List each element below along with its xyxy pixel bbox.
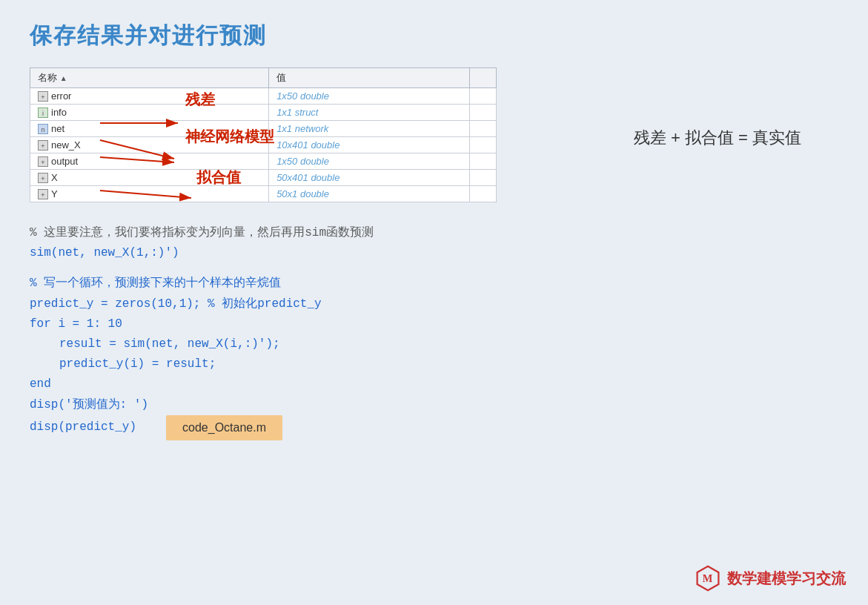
- code-line-8: disp(predict_y): [30, 417, 136, 437]
- table-row: +Y 50x1 double: [30, 186, 497, 202]
- right-note: 残差 + 拟合值 = 真实值: [634, 127, 801, 149]
- var-name-cell: iinfo: [30, 105, 269, 121]
- var-icon: +: [38, 189, 48, 199]
- var-value-cell: 1x50 double: [269, 88, 470, 105]
- var-icon: n: [38, 124, 48, 134]
- annotation-error: 残差: [185, 90, 215, 110]
- svg-text:M: M: [703, 572, 713, 584]
- var-value-cell: 50x1 double: [269, 186, 470, 202]
- code-comment-2: % 写一个循环，预测接下来的十个样本的辛烷值: [30, 274, 838, 294]
- watermark-logo-icon: M: [695, 565, 721, 592]
- var-extra-cell: [470, 170, 497, 186]
- annotation-info: 神经网络模型: [185, 127, 274, 147]
- watermark-text: 数学建模学习交流: [727, 569, 846, 589]
- var-extra-cell: [470, 105, 497, 121]
- watermark: M 数学建模学习交流: [695, 565, 846, 592]
- workspace-section: 名称 ▲ 值 +error 1x50 double iinfo 1x1 stru…: [30, 67, 838, 202]
- col-value-header: 值: [269, 68, 470, 88]
- var-icon: i: [38, 108, 48, 118]
- code-block-2: % 写一个循环，预测接下来的十个样本的辛烷值 predict_y = zeros…: [30, 274, 838, 440]
- col-name-header: 名称 ▲: [30, 68, 269, 88]
- var-extra-cell: [470, 121, 497, 137]
- code-line-5: predict_y(i) = result;: [30, 354, 838, 374]
- var-icon: +: [38, 140, 48, 151]
- var-extra-cell: [470, 153, 497, 170]
- table-row: iinfo 1x1 struct: [30, 105, 497, 121]
- var-value-cell: 50x401 double: [269, 170, 470, 186]
- page-container: 保存结果并对进行预测 名称 ▲ 值 +error 1x50 double: [0, 0, 868, 605]
- annotation-output: 拟合值: [196, 168, 241, 188]
- code-line-6: end: [30, 374, 838, 394]
- code-comment-1: % 这里要注意，我们要将指标变为列向量，然后再用sim函数预测: [30, 223, 838, 243]
- sort-arrow: ▲: [60, 74, 67, 82]
- var-value-cell: 1x1 struct: [269, 105, 470, 121]
- var-name-cell: +error: [30, 88, 269, 105]
- code-file-button[interactable]: code_Octane.m: [166, 415, 282, 440]
- page-title: 保存结果并对进行预测: [30, 21, 838, 51]
- last-code-row: disp(predict_y) code_Octane.m: [30, 415, 838, 440]
- var-value-cell: 10x401 double: [269, 137, 470, 153]
- code-line-7: disp('预测值为: '): [30, 395, 838, 415]
- var-icon: +: [38, 156, 48, 167]
- var-name-cell: +Y: [30, 186, 269, 202]
- code-line-4: result = sim(net, new_X(i,:)');: [30, 334, 838, 354]
- var-icon: +: [38, 173, 48, 183]
- var-extra-cell: [470, 88, 497, 105]
- var-icon: +: [38, 91, 48, 102]
- code-line-2: predict_y = zeros(10,1); % 初始化predict_y: [30, 294, 838, 314]
- code-block-1: % 这里要注意，我们要将指标变为列向量，然后再用sim函数预测 sim(net,…: [30, 223, 838, 263]
- col-extra-header: [470, 68, 497, 88]
- var-value-cell: 1x50 double: [269, 153, 470, 170]
- table-row: +X 50x401 double: [30, 170, 497, 186]
- table-row: +output 1x50 double: [30, 153, 497, 170]
- code-line-1: sim(net, new_X(1,:)'): [30, 243, 838, 263]
- var-extra-cell: [470, 137, 497, 153]
- code-section: % 这里要注意，我们要将指标变为列向量，然后再用sim函数预测 sim(net,…: [30, 223, 838, 440]
- var-value-cell: 1x1 network: [269, 121, 470, 137]
- var-extra-cell: [470, 186, 497, 202]
- table-row: +error 1x50 double: [30, 88, 497, 105]
- code-line-3: for i = 1: 10: [30, 314, 838, 334]
